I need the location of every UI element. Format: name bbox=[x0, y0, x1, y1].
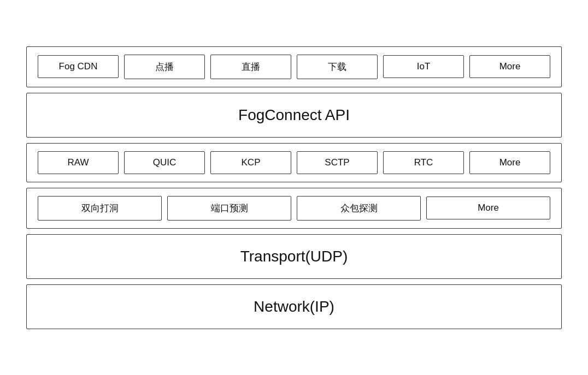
fogconnect-api-title: FogConnect API bbox=[38, 101, 550, 129]
network-title: Network(IP) bbox=[38, 293, 550, 321]
item-more-2[interactable]: More bbox=[469, 151, 550, 174]
nat-layer: 双向打洞 端口预测 众包探测 More bbox=[26, 188, 562, 229]
protocol-layer: RAW QUIC KCP SCTP RTC More bbox=[26, 143, 562, 182]
item-port-prediction[interactable]: 端口预测 bbox=[167, 196, 291, 221]
fog-cdn-layer: Fog CDN 点播 直播 下载 IoT More bbox=[26, 46, 562, 87]
item-crowdsource-probe[interactable]: 众包探测 bbox=[297, 196, 421, 221]
item-vod[interactable]: 点播 bbox=[124, 55, 205, 79]
transport-title: Transport(UDP) bbox=[38, 242, 550, 271]
item-more-3[interactable]: More bbox=[426, 197, 550, 219]
item-fog-cdn[interactable]: Fog CDN bbox=[38, 55, 119, 78]
item-kcp[interactable]: KCP bbox=[210, 151, 291, 174]
item-sctp[interactable]: SCTP bbox=[297, 151, 378, 174]
item-quic[interactable]: QUIC bbox=[124, 151, 205, 174]
item-raw[interactable]: RAW bbox=[38, 151, 119, 174]
item-live[interactable]: 直播 bbox=[210, 55, 291, 79]
network-layer: Network(IP) bbox=[26, 284, 562, 329]
fogconnect-api-layer: FogConnect API bbox=[26, 93, 562, 138]
architecture-diagram: Fog CDN 点播 直播 下载 IoT More FogConnect API… bbox=[15, 35, 573, 340]
nat-items-row: 双向打洞 端口预测 众包探测 More bbox=[38, 196, 550, 221]
item-bidirectional-punch[interactable]: 双向打洞 bbox=[38, 196, 162, 221]
item-more-1[interactable]: More bbox=[469, 55, 550, 78]
protocol-items-row: RAW QUIC KCP SCTP RTC More bbox=[38, 151, 550, 174]
fog-cdn-items-row: Fog CDN 点播 直播 下载 IoT More bbox=[38, 55, 550, 79]
item-rtc[interactable]: RTC bbox=[383, 151, 464, 174]
item-download[interactable]: 下载 bbox=[297, 55, 378, 79]
transport-layer: Transport(UDP) bbox=[26, 234, 562, 279]
item-iot[interactable]: IoT bbox=[383, 55, 464, 78]
